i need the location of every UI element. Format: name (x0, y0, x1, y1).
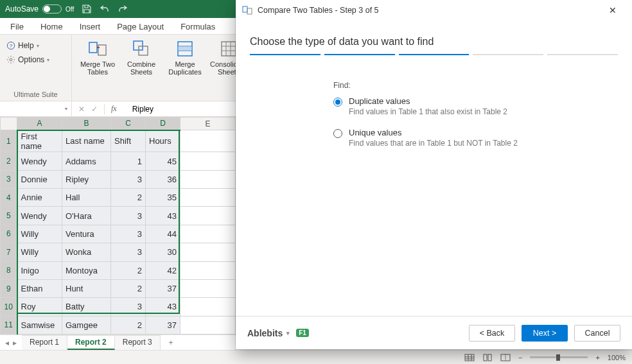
cell[interactable]: Ethan (17, 279, 62, 297)
cell[interactable] (180, 189, 236, 207)
cell[interactable]: Shift (111, 130, 146, 152)
cell[interactable]: Roy (17, 298, 62, 316)
cell[interactable] (180, 298, 236, 316)
cell[interactable] (180, 152, 236, 170)
cell[interactable]: First name (17, 130, 62, 152)
merge-duplicates-button[interactable]: Merge Duplicates (166, 39, 204, 76)
view-page-layout-icon[interactable] (482, 354, 493, 361)
formula-value[interactable]: Ripley (132, 105, 154, 114)
cell[interactable]: 43 (146, 207, 180, 225)
add-sheet-button[interactable]: ＋ (161, 335, 181, 350)
confirm-edit-icon[interactable]: ✓ (91, 105, 98, 114)
cell[interactable]: 35 (146, 189, 180, 207)
save-icon[interactable] (82, 4, 92, 14)
row-header[interactable]: 8 (1, 261, 17, 279)
row-header[interactable]: 5 (1, 207, 17, 225)
row-header[interactable]: 3 (1, 170, 17, 188)
view-normal-icon[interactable] (464, 354, 475, 361)
option-unique-values[interactable]: Unique values Find values that are in Ta… (333, 128, 577, 148)
tab-insert[interactable]: Insert (78, 19, 102, 34)
sheet-nav-prev-icon[interactable]: ◂ (5, 338, 9, 347)
back-button[interactable]: < Back (469, 325, 515, 342)
col-header[interactable]: B (62, 117, 111, 130)
sheet-tab-report2[interactable]: Report 2 (67, 335, 115, 350)
cell[interactable] (180, 316, 236, 334)
cell[interactable]: Hunt (62, 279, 111, 297)
combine-sheets-button[interactable]: Combine Sheets (122, 39, 161, 76)
row-header[interactable]: 1 (1, 130, 17, 152)
tab-page-layout[interactable]: Page Layout (116, 19, 165, 34)
row-header[interactable]: 6 (1, 225, 17, 243)
help-f1-badge[interactable]: F1 (296, 329, 309, 337)
cell[interactable] (180, 225, 236, 243)
cell[interactable]: Ventura (62, 225, 111, 243)
zoom-in-icon[interactable]: + (595, 354, 599, 361)
cell[interactable]: 30 (146, 243, 180, 261)
cell[interactable]: 3 (111, 243, 146, 261)
cell[interactable]: Batty (62, 298, 111, 316)
cell[interactable]: 3 (111, 207, 146, 225)
cell[interactable]: 37 (146, 316, 180, 334)
tab-file[interactable]: File (9, 19, 25, 34)
row-header[interactable]: 10 (1, 298, 17, 316)
undo-icon[interactable] (100, 4, 110, 14)
col-header[interactable]: C (111, 117, 146, 130)
cell[interactable]: Inigo (17, 261, 62, 279)
zoom-level[interactable]: 100% (608, 354, 626, 361)
cell[interactable]: Montoya (62, 261, 111, 279)
cell[interactable]: 2 (111, 261, 146, 279)
zoom-out-icon[interactable]: − (518, 354, 522, 361)
col-header[interactable]: E (180, 117, 236, 130)
cell[interactable]: 36 (146, 170, 180, 188)
cancel-edit-icon[interactable]: ✕ (78, 105, 85, 114)
tab-formulas[interactable]: Formulas (179, 19, 216, 34)
cell[interactable]: Willy (17, 243, 62, 261)
cell[interactable]: O'Hara (62, 207, 111, 225)
cell[interactable]: Last name (62, 130, 111, 152)
sheet-tab-report3[interactable]: Report 3 (115, 335, 161, 350)
cell[interactable]: Hall (62, 189, 111, 207)
option-duplicate-values[interactable]: Duplicate values Find values in Table 1 … (333, 96, 577, 116)
row-header[interactable]: 4 (1, 189, 17, 207)
view-page-break-icon[interactable] (500, 354, 511, 361)
cell[interactable] (180, 207, 236, 225)
cell[interactable]: Hours (146, 130, 180, 152)
row-header[interactable]: 9 (1, 279, 17, 297)
tab-home[interactable]: Home (39, 19, 64, 34)
col-header[interactable]: D (146, 117, 180, 130)
merge-two-tables-button[interactable]: Merge Two Tables (78, 39, 117, 76)
cancel-button[interactable]: Cancel (574, 325, 620, 342)
cell[interactable]: Wendy (17, 207, 62, 225)
redo-icon[interactable] (118, 4, 128, 14)
name-box[interactable]: ▾ (0, 101, 72, 116)
cell[interactable]: Donnie (17, 170, 62, 188)
next-button[interactable]: Next > (522, 325, 568, 342)
cell[interactable] (180, 130, 236, 152)
row-header[interactable]: 2 (1, 152, 17, 170)
cell[interactable]: 42 (146, 261, 180, 279)
help-button[interactable]: ? Help ▾ (6, 41, 65, 50)
autosave-toggle[interactable]: AutoSave Off (5, 4, 74, 13)
options-button[interactable]: Options ▾ (6, 55, 65, 64)
col-header[interactable]: A (17, 117, 62, 130)
close-button[interactable]: ✕ (600, 5, 626, 15)
cell[interactable]: Samwise (17, 316, 62, 334)
row-header[interactable]: 7 (1, 243, 17, 261)
cell[interactable]: Gamgee (62, 316, 111, 334)
cell[interactable]: Annie (17, 189, 62, 207)
cell[interactable] (180, 261, 236, 279)
cell[interactable]: 3 (111, 225, 146, 243)
sheet-nav-next-icon[interactable]: ▸ (13, 338, 17, 347)
cell[interactable]: 37 (146, 279, 180, 297)
row-header[interactable]: 11 (1, 316, 17, 334)
brand-label[interactable]: Ablebits ▾ (247, 328, 290, 338)
zoom-slider[interactable] (530, 356, 588, 358)
cell[interactable]: Wonka (62, 243, 111, 261)
cell[interactable]: Ripley (62, 170, 111, 188)
cell[interactable]: 2 (111, 316, 146, 334)
cell[interactable]: 3 (111, 298, 146, 316)
select-all-corner[interactable] (1, 117, 17, 130)
cell[interactable]: 43 (146, 298, 180, 316)
cell[interactable]: Addams (62, 152, 111, 170)
cell[interactable]: Willy (17, 225, 62, 243)
